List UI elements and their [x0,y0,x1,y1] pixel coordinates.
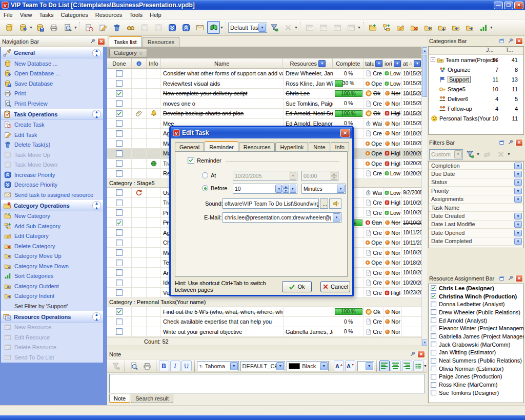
filter-chevron-icon[interactable]: ▼ [375,60,382,67]
clear-filter-button[interactable] [494,148,507,161]
filter-preset-combo[interactable]: Custom▼ [429,149,463,159]
done-checkbox[interactable] [116,80,123,87]
before-value-spinner[interactable]: 10◄▲▼► [233,184,297,194]
column-header-res[interactable]: Resources▼ [283,58,333,69]
note-tab-search-result[interactable]: Search result [131,394,173,403]
delete-resource-button[interactable] [331,21,344,34]
table-row[interactable]: Check available expertise that can help … [107,317,421,327]
done-checkbox[interactable] [116,140,123,147]
done-checkbox[interactable] [116,269,123,276]
table-row[interactable]: Write out your general objectiveGabriell… [107,327,421,337]
column-header-pri[interactable]: iorit▼ [383,58,401,69]
dialog-tab-info[interactable]: Info [331,142,349,152]
done-checkbox[interactable] [116,219,123,226]
menu-tools[interactable]: Tools [126,11,146,19]
close-panel-icon[interactable]: ✕ [515,275,523,282]
font-color-combo[interactable]: Black▼ [287,361,329,371]
dialog-close-icon[interactable]: ✕ [340,129,350,137]
filter-dropdown-icon[interactable]: ▼ [514,171,522,177]
menu-categories[interactable]: Categories [57,11,92,19]
filter-row-date-last-modifie[interactable]: Date Last Modifie▼ [429,221,523,229]
table-scrollbar[interactable]: ▲▼ [421,47,427,346]
dialog-tab-note[interactable]: Note [309,142,330,152]
menu-file[interactable]: File [0,11,16,19]
column-header-clip[interactable]: i [132,58,147,69]
sound-play-button[interactable] [329,198,341,209]
filter-chevron-icon[interactable]: ▼ [394,60,401,67]
pin-icon[interactable] [507,275,514,282]
close-panel-icon[interactable]: ✕ [515,37,523,45]
email-combo[interactable]: chris.lee@presentation.com;drew.wheeler@… [223,212,341,223]
print-button[interactable] [47,21,60,34]
font-size-combo[interactable]: ▼ [357,361,374,371]
done-checkbox[interactable] [116,120,123,127]
nav-item[interactable]: Add Sub Category [1,221,103,231]
resource-checkbox[interactable] [431,358,436,364]
clear-filter-button[interactable] [281,21,294,34]
category-tree-item[interactable]: Deliver645 [429,94,523,104]
done-checkbox[interactable] [116,328,123,335]
filter-row-status[interactable]: Status▼ [429,178,523,187]
dialog-tab-hyperlink[interactable]: Hyperlink [275,142,308,152]
tree-expander-icon[interactable]: − [431,57,435,62]
resource-item[interactable]: Jan Witting (Estimator) [429,349,523,357]
new-resource-button[interactable] [303,21,316,34]
view-mode-button[interactable] [207,21,220,34]
nav-item[interactable]: Open Database ... [1,69,103,79]
filter-dropdown-icon[interactable]: ▼ [514,230,522,236]
column-header-date[interactable]: ate△▼ [401,58,421,69]
task-move-up-button[interactable] [152,21,165,34]
done-checkbox[interactable] [116,279,123,286]
menu-tasks[interactable]: Tasks [35,11,57,19]
nav-item[interactable]: Create Task [1,120,103,130]
category-move-up-button[interactable] [421,21,434,34]
erase-filter-button[interactable] [480,148,493,161]
nav-item[interactable]: Print [1,89,103,99]
note-preview-button[interactable] [128,359,140,372]
category-tree-item[interactable]: Personal Tasks(Your name)1011 [429,113,523,123]
resource-checkbox[interactable] [431,309,436,315]
done-checkbox[interactable] [116,189,123,196]
menu-help[interactable]: Help [146,11,165,19]
nav-item[interactable]: New Category [1,211,103,222]
filter-row-completion[interactable]: Completion▼ [429,162,523,170]
category-tree-item[interactable]: −Team name(Project name)3641 [429,55,523,65]
resource-item[interactable]: Eleanor Winter (Project Management) [429,324,523,332]
filter-row-priority[interactable]: Priority▼ [429,187,523,195]
new-category-button[interactable] [366,21,379,34]
at-radio[interactable] [202,172,208,178]
align-center-icon[interactable] [391,361,401,371]
table-row[interactable]: moves one oSue Tomkins, Paige Jones0 %Cr… [107,99,421,109]
filter-dropdown-icon[interactable]: ▼ [514,213,522,219]
nav-item[interactable]: Print Preview [1,98,103,109]
filter-row-assignments[interactable]: Assignments▼ [429,195,523,204]
done-checkbox[interactable] [116,199,123,206]
sound-input[interactable]: oftware\VIP Team To Do List\Sound\virgin… [223,198,319,209]
category-group-row[interactable]: Category : Personal Tasks(Your name) [107,298,421,307]
table-row[interactable]: Develop backup charts and planEd Arnold,… [107,109,421,119]
font-family-combo[interactable]: TrTahoma▼ [197,361,239,371]
edit-task-button[interactable] [96,21,109,34]
table-row[interactable]: Consider what other forms of support can… [107,69,421,79]
done-checkbox[interactable] [116,70,123,77]
resource-item[interactable]: Olivia Norman (Estimator) [429,365,523,373]
table-row[interactable]: Find out the 5 W's (who, what, when, whe… [107,307,421,317]
collapse-chevron-icon[interactable]: ▲▲ [92,110,101,118]
resource-checkbox[interactable] [431,326,436,331]
dropdown-arrow-icon[interactable]: ▼ [294,26,298,29]
category-tree-item[interactable]: Follow-up44 [429,104,523,113]
dialog-tab-reminder[interactable]: Reminder [205,141,238,152]
edit-resource-button[interactable] [317,21,330,34]
decrease-font-button[interactable]: A [345,361,355,371]
nav-item[interactable]: Task Move Up [1,150,103,160]
nav-group-header[interactable]: Category Operations▲▲ [1,200,103,211]
sound-browse-button[interactable]: ... [320,198,328,209]
filter-dropdown-icon[interactable]: ▼ [514,179,522,186]
done-checkbox[interactable] [116,209,123,216]
resource-checkbox[interactable] [431,302,436,307]
category-move-down-button[interactable] [435,21,448,34]
nav-item[interactable]: Category Move Down [1,261,103,271]
before-radio[interactable] [202,185,208,191]
nav-item[interactable]: Category Outdent [1,281,103,291]
done-checkbox[interactable] [116,249,123,256]
